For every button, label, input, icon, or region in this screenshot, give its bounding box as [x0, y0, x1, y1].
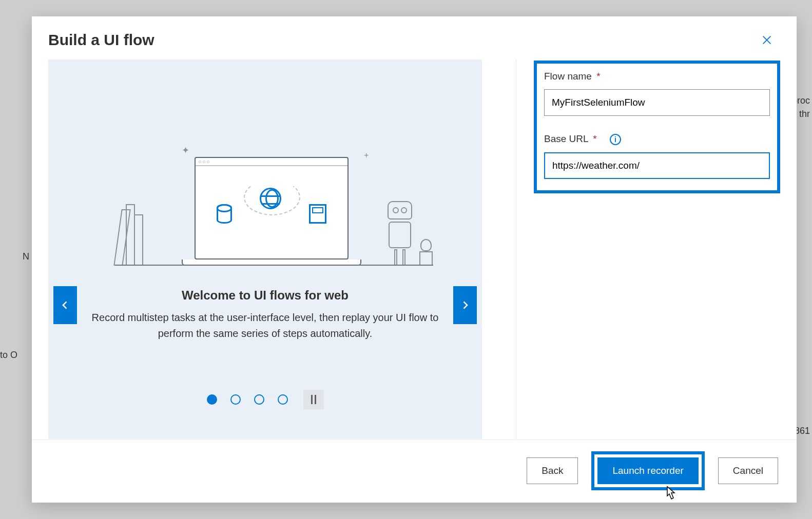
carousel-next-button[interactable] [453, 286, 477, 324]
database-icon [217, 204, 232, 224]
books-illustration [118, 204, 142, 266]
flow-name-field-group: Flow name * [544, 71, 770, 116]
bg-text-fragment: to O [0, 350, 17, 361]
carousel-heading: Welcome to UI flows for web [182, 288, 349, 303]
chevron-right-icon [460, 298, 470, 312]
flow-name-input[interactable] [544, 89, 770, 116]
launch-recorder-button[interactable]: Launch recorder [597, 457, 698, 484]
required-indicator: * [593, 133, 596, 144]
carousel-description: Record multistep tasks at the user-inter… [86, 310, 445, 342]
pause-icon [311, 395, 313, 404]
carousel-panel: ✦ + [48, 59, 482, 439]
flow-name-label-text: Flow name [544, 71, 592, 82]
required-indicator: * [596, 71, 600, 82]
modal-title: Build a UI flow [48, 31, 154, 49]
carousel-dot-4[interactable] [278, 394, 288, 405]
carousel-pause-button[interactable] [303, 390, 324, 409]
back-button[interactable]: Back [527, 457, 578, 484]
pause-icon [315, 395, 316, 404]
carousel-dot-2[interactable] [230, 394, 241, 405]
close-icon [761, 34, 772, 46]
calculator-icon [309, 204, 326, 224]
carousel-dots [207, 390, 324, 409]
base-url-label-text: Base URL [544, 133, 588, 144]
cancel-button[interactable]: Cancel [718, 457, 778, 484]
carousel-prev-button[interactable] [53, 286, 77, 324]
launch-highlight-box: Launch recorder [591, 451, 704, 490]
chevron-left-icon [60, 298, 70, 312]
info-icon[interactable]: i [610, 134, 621, 145]
base-url-field-group: Base URL * i [544, 133, 770, 179]
close-button[interactable] [758, 31, 776, 49]
modal-body: ✦ + [32, 59, 797, 440]
base-url-input[interactable] [544, 152, 770, 179]
plant-illustration [419, 239, 433, 266]
robot-illustration [382, 201, 418, 266]
sparkle-icon: ✦ [182, 145, 189, 156]
carousel-dot-3[interactable] [254, 394, 264, 405]
base-url-label: Base URL * i [544, 133, 621, 144]
modal-header: Build a UI flow [32, 16, 797, 59]
form-panel: Flow name * Base URL * i [516, 59, 780, 440]
plus-icon: + [364, 151, 369, 160]
modal-footer: Back Launch recorder Cancel [32, 440, 797, 503]
carousel-dot-1[interactable] [207, 394, 217, 405]
welcome-illustration: ✦ + [48, 91, 482, 266]
globe-icon [260, 188, 281, 209]
flow-name-label: Flow name * [544, 71, 601, 82]
form-highlight-box: Flow name * Base URL * i [534, 61, 780, 193]
build-ui-flow-modal: Build a UI flow ✦ + [32, 16, 797, 503]
bg-text-fragment: N [23, 251, 29, 262]
laptop-illustration [182, 157, 361, 266]
